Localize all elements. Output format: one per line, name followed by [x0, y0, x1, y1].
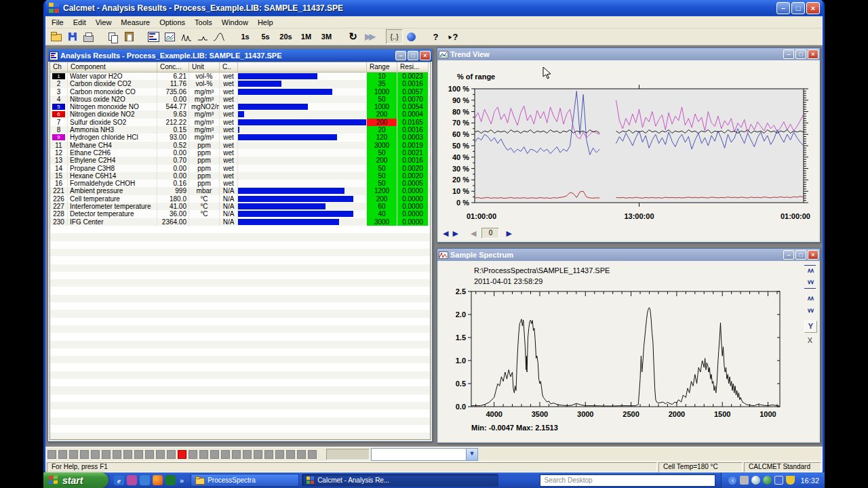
column-header-bar[interactable] [238, 62, 367, 73]
help-button[interactable]: ? [428, 30, 443, 43]
table-row[interactable]: 3Carbon monoxide CO735.06mg/m³wet10000.0… [50, 88, 430, 96]
sphere-button[interactable] [403, 30, 419, 43]
trend-titlebar[interactable]: Trend View – □ × [437, 48, 820, 60]
tray-collapse-icon[interactable]: ‹ [728, 476, 736, 485]
table-row[interactable]: 230IFG Center2364.00N/A30000.0000 [50, 218, 430, 226]
results-table[interactable]: ChComponentConc...UnitC..RangeResi... 1W… [50, 62, 431, 440]
scroll-down-button[interactable]: ∨∨ [804, 277, 816, 289]
y-axis-button[interactable]: Y [804, 321, 817, 333]
table-row[interactable]: 15Hexane C6H140.00ppmwet500.0020 [50, 172, 430, 180]
zoom-in-y-button[interactable]: ∧∧ [804, 293, 816, 304]
speed-1s-button[interactable]: 1s [235, 30, 255, 43]
globe-icon[interactable] [763, 476, 772, 485]
analysis-titlebar[interactable]: Analysis Results - Process_Example.LIB: … [48, 49, 432, 62]
column-header-component[interactable]: Component [68, 62, 157, 73]
table-row[interactable]: 14Propane C3H80.00ppmwet500.0020 [50, 165, 430, 172]
spectrum-close-button[interactable]: × [808, 250, 818, 260]
table-row[interactable]: 228Detector temperature36.00°CN/A400.000… [50, 210, 430, 218]
menu-edit[interactable]: Edit [68, 18, 91, 27]
table-row[interactable]: 8Ammonia NH30.15mg/m³wet200.0016 [50, 126, 430, 134]
trend-nav-forward-button[interactable]: ▶ [506, 229, 511, 238]
table-row[interactable]: 221Ambient pressure999mbarN/A12000.0000 [50, 187, 430, 195]
speed-5s-button[interactable]: 5s [256, 30, 275, 43]
speed-3m-button[interactable]: 3M [317, 30, 336, 43]
menu-help[interactable]: Help [253, 18, 278, 27]
print-button[interactable] [81, 30, 96, 43]
scroll-top-button[interactable]: ∧∧ [804, 265, 816, 277]
search-desktop-box[interactable]: Search Desktop [540, 474, 715, 487]
table-header[interactable]: ChComponentConc...UnitC..RangeResi... [50, 62, 430, 73]
trend-minimize-button[interactable]: – [783, 49, 794, 59]
main-titlebar[interactable]: Calcmet - Analysis Results - Process_Exa… [45, 0, 823, 16]
spectrum-titlebar[interactable]: Sample Spectrum – □ × [437, 249, 820, 261]
fast-forward-button[interactable]: ▶▶ [361, 30, 377, 43]
app-shortcut-icon[interactable] [165, 475, 176, 485]
analysis-maximize-button[interactable]: □ [408, 51, 418, 60]
ie-icon[interactable]: e [114, 475, 124, 485]
refresh-button[interactable]: ↻ [345, 30, 361, 43]
table-row[interactable]: 7Sulfur dioxide SO2212.22mg/m³wet2000.01… [50, 119, 430, 126]
x-axis-button[interactable]: X [804, 336, 816, 346]
speed-1m-button[interactable]: 1M [296, 30, 316, 43]
braces-button[interactable]: {..} [386, 29, 403, 44]
start-button[interactable]: start [43, 472, 108, 488]
trend-close-button[interactable]: × [808, 49, 818, 59]
table-row[interactable]: 5Nitrogen monoxide NO544.77mgNO2/m³wet10… [50, 103, 430, 110]
table-row[interactable]: 6Nitrogen dioxide NO29.63mg/m³wet2000.00… [50, 110, 430, 118]
curve-view-button[interactable] [211, 30, 226, 43]
table-row[interactable]: 227Interferometer temperature41.00°CN/A6… [50, 203, 430, 210]
taskbar-task-processspectra[interactable]: ProcessSpectra [191, 474, 299, 487]
table-row[interactable]: 9Hydrogen chloride HCl93.00mg/m³wet1200.… [50, 134, 430, 141]
trend-view-button[interactable] [162, 30, 178, 43]
menu-measure[interactable]: Measure [116, 18, 155, 27]
maximize-button[interactable]: □ [791, 2, 805, 14]
menu-window[interactable]: Window [217, 18, 253, 27]
column-header-conc[interactable]: Conc... [157, 62, 189, 73]
shield-icon[interactable] [786, 476, 795, 485]
baseline-view-button[interactable] [195, 30, 210, 43]
open-button[interactable] [48, 30, 64, 43]
column-header-c[interactable]: C.. [220, 62, 238, 73]
messenger-icon[interactable] [127, 475, 137, 485]
copy-button[interactable] [105, 30, 121, 43]
column-header-unit[interactable]: Unit [189, 62, 220, 73]
taskbar-task-calcmet---analysis-re---[interactable]: Calcmet - Analysis Re... [302, 474, 498, 487]
monitor-icon[interactable] [774, 476, 783, 485]
trend-nav-prev-button[interactable]: ◀ [443, 229, 448, 238]
table-row[interactable]: 13Ethylene C2H40.70ppmwet2000.0016 [50, 157, 430, 164]
column-header-resi[interactable]: Resi... [397, 62, 429, 73]
paste-button[interactable] [121, 30, 137, 43]
menu-options[interactable]: Options [155, 18, 190, 27]
close-button[interactable]: × [806, 2, 820, 14]
spectrum-view-button[interactable] [178, 30, 194, 43]
spectrum-minimize-button[interactable]: – [783, 250, 794, 260]
firefox-icon[interactable] [153, 475, 163, 485]
column-header-range[interactable]: Range [367, 62, 397, 73]
table-row[interactable]: 16Formaldehyde CHOH0.16ppmwet500.0005 [50, 180, 430, 187]
column-header-ch[interactable]: Ch [50, 62, 68, 73]
chevron-down-icon[interactable]: ▼ [466, 449, 477, 460]
zoom-out-y-button[interactable]: ∨∨ [804, 306, 816, 317]
table-row[interactable]: 1Water vapor H2O6.21vol-%wet100.0023 [50, 73, 430, 80]
table-row[interactable]: 2Carbon dioxide CO211.76vol-%wet350.0016 [50, 80, 430, 87]
trend-maximize-button[interactable]: □ [795, 49, 806, 59]
explorer-icon[interactable] [140, 475, 150, 485]
table-row[interactable]: 12Ethane C2H60.00ppmwet500.0021 [50, 149, 430, 157]
trend-nav-back-button[interactable]: ◀ [471, 229, 476, 238]
analysis-close-button[interactable]: × [420, 51, 431, 60]
context-help-button[interactable]: ▲? [444, 30, 460, 43]
trend-nav-next-button[interactable]: ▶ [452, 229, 458, 238]
menu-tools[interactable]: Tools [190, 18, 217, 27]
spectrum-maximize-button[interactable]: □ [795, 250, 806, 260]
table-row[interactable]: 226Cell temperature180.0°CN/A2000.0000 [50, 195, 430, 203]
results-view-button[interactable] [146, 30, 161, 43]
quick-launch-overflow[interactable]: » [180, 476, 184, 485]
magnifier-icon[interactable] [751, 476, 760, 485]
tray-icon-1[interactable] [740, 476, 749, 485]
minimize-button[interactable]: – [776, 2, 790, 14]
table-row[interactable]: 4Nitrous oxide N2O0.00mg/m³wet500.0070 [50, 96, 430, 103]
trend-nav-counter[interactable]: 0 [481, 228, 499, 239]
indicator-combobox[interactable]: ▼ [371, 448, 478, 461]
analysis-minimize-button[interactable]: – [395, 51, 406, 60]
save-button[interactable] [64, 30, 80, 43]
